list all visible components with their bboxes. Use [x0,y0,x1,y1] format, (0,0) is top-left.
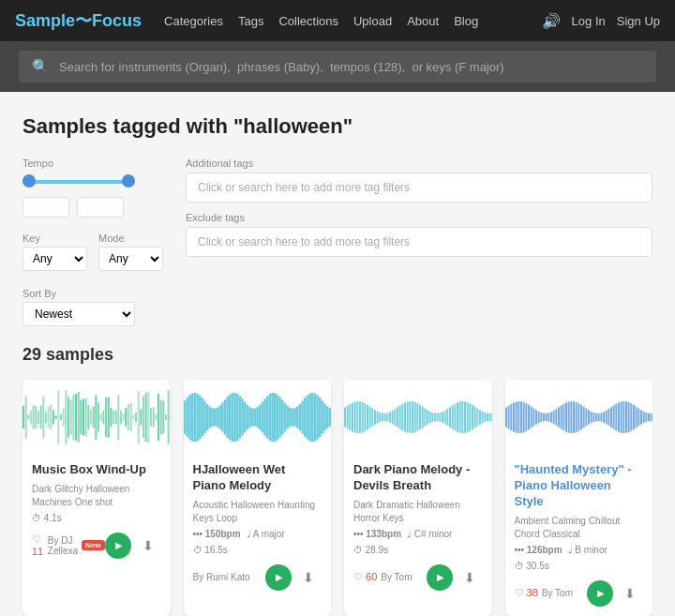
samples-count: 29 samples [22,345,652,365]
svg-rect-192 [535,410,537,425]
svg-rect-216 [595,413,597,422]
card-left-actions: ♡ 38 By Tom [515,587,573,599]
svg-rect-181 [507,406,509,429]
login-link[interactable]: Log In [572,14,606,28]
svg-rect-49 [145,393,147,442]
likes[interactable]: ♡ 38 [515,587,538,599]
card-actions: ♡ 11 By DJ Zellexa New ⬇ [22,527,171,559]
svg-rect-139 [392,411,394,424]
svg-rect-162 [449,407,451,428]
download-button[interactable]: ⬇ [135,533,161,559]
svg-rect-9 [45,412,47,423]
card-tag: Dark [32,484,52,494]
waveform [22,380,171,455]
download-button[interactable]: ⬇ [457,564,483,591]
svg-rect-158 [439,413,441,421]
tempo-slider[interactable] [22,173,135,191]
svg-rect-235 [642,412,644,423]
exclude-tags-input[interactable]: Click or search here to add more tag fil… [186,227,652,257]
nav-categories[interactable]: Categories [164,14,223,28]
nav-collections[interactable]: Collections [278,14,338,28]
filters-row: Tempo 0 200 Key [22,158,652,326]
svg-rect-77 [226,397,229,438]
svg-rect-198 [550,412,552,422]
author: By DJ Zellexa [48,535,78,556]
likes[interactable]: ♡ 11 [32,533,44,557]
waveform [184,380,332,455]
svg-rect-238 [650,413,652,421]
nav-tags[interactable]: Tags [238,14,263,28]
play-button[interactable] [587,580,613,607]
card-left-actions: ♡ 60 By Tom [353,571,412,583]
svg-rect-210 [580,405,582,429]
svg-rect-221 [608,409,609,426]
svg-rect-229 [627,402,629,432]
nav-about[interactable]: About [407,14,439,28]
svg-rect-127 [362,402,364,432]
svg-rect-76 [223,399,226,435]
tempo-min-input[interactable]: 0 [22,197,69,218]
play-button[interactable] [265,564,292,591]
svg-rect-137 [386,413,388,421]
svg-rect-109 [306,395,308,439]
duration: ⏱ 16.5s [193,545,228,555]
duration: ⏱ 4.1s [32,513,62,523]
nav-upload[interactable]: Upload [353,14,392,28]
card-tag: Halloween [416,500,460,510]
svg-rect-93 [266,396,269,439]
volume-icon[interactable]: 🔊 [542,12,561,30]
svg-rect-193 [537,412,539,423]
exclude-tags-section: Exclude tags Click or search here to add… [186,212,652,257]
play-button[interactable] [105,533,131,559]
svg-rect-98 [278,397,281,438]
svg-rect-167 [461,401,463,433]
svg-rect-224 [615,404,617,431]
svg-rect-110 [308,394,311,442]
download-button[interactable]: ⬇ [295,564,322,591]
nav-blog[interactable]: Blog [454,14,478,28]
svg-rect-48 [142,397,144,439]
card-tag: Keys [382,513,403,523]
svg-rect-197 [548,413,549,421]
svg-rect-236 [645,413,647,422]
card-tag: Horror [353,513,380,523]
svg-rect-66 [199,396,202,440]
svg-rect-107 [301,401,304,434]
logo-text: Sample [15,11,75,30]
svg-rect-171 [472,405,473,429]
svg-rect-188 [525,403,527,431]
logo[interactable]: Sample〜Focus [15,9,142,32]
svg-rect-203 [562,404,564,431]
sample-card[interactable]: Dark Piano Melody - Devils Breath DarkDr… [344,380,492,616]
key-select[interactable]: Any [22,247,87,271]
svg-rect-233 [638,409,639,427]
search-input[interactable] [59,60,643,74]
svg-rect-17 [65,390,67,444]
card-tag: Loop [217,513,237,523]
sample-card[interactable]: Music Box Wind-Up DarkGlitchyHalloweenMa… [22,380,171,616]
tempo-row [22,173,163,191]
likes[interactable]: ♡ 60 [353,571,377,583]
mode-select[interactable]: Any [98,247,163,271]
sample-card[interactable]: HJalloween Wet Piano Melody AcousticHall… [184,380,332,616]
sort-select[interactable]: Newest Most liked [22,302,135,326]
card-title-link[interactable]: "Haunted Mystery" - Piano Halloween Styl… [515,462,632,508]
play-button[interactable] [427,564,453,591]
svg-rect-201 [558,407,560,427]
svg-rect-24 [82,399,84,436]
sample-card[interactable]: "Haunted Mystery" - Piano Halloween Styl… [505,380,653,616]
svg-rect-117 [326,406,329,428]
card-tags: DarkGlitchyHalloweenMachinesOne shot [32,484,161,507]
signup-link[interactable]: Sign Up [617,14,660,28]
svg-rect-26 [87,405,89,429]
download-button[interactable]: ⬇ [617,580,643,607]
svg-rect-100 [283,403,286,432]
card-meta: ••• 133bpm♩ C# minor⏱ 28.9s [353,529,483,555]
svg-rect-163 [452,405,454,428]
tempo-max-input[interactable]: 200 [77,197,124,218]
svg-rect-165 [457,402,458,431]
additional-tags-input[interactable]: Click or search here to add more tag fil… [186,173,652,203]
svg-rect-231 [633,405,635,429]
svg-rect-183 [513,402,515,431]
svg-rect-95 [271,393,274,442]
